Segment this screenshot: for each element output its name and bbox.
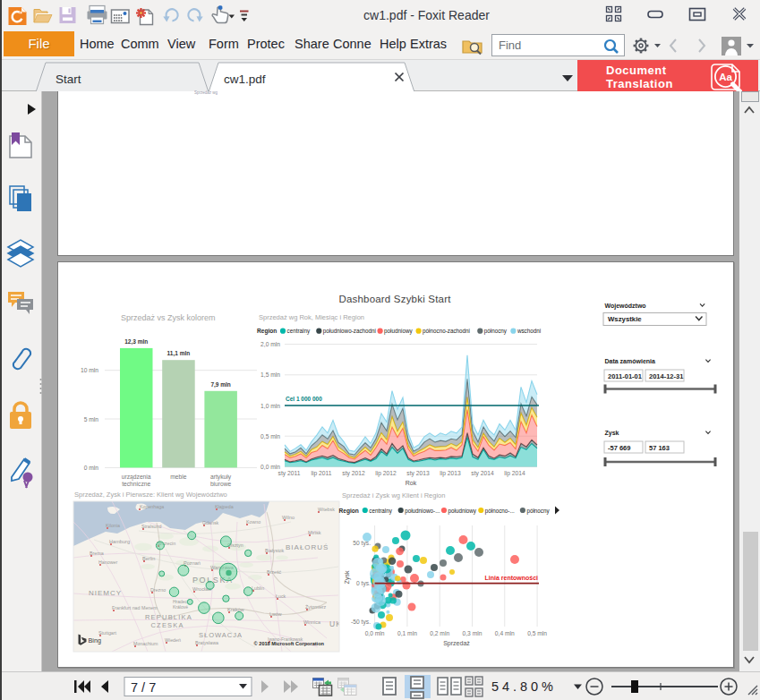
svg-text:Frankfurt nad Menem: Frankfurt nad Menem bbox=[112, 605, 158, 610]
svg-text:Sprzedaż i Zysk wg Klient i Re: Sprzedaż i Zysk wg Klient i Region bbox=[342, 491, 445, 499]
svg-text:-57 669: -57 669 bbox=[608, 444, 630, 452]
svg-text:2011-01-01: 2011-01-01 bbox=[608, 372, 642, 380]
svg-text:Drezno: Drezno bbox=[150, 587, 166, 593]
svg-text:Linia rentowności: Linia rentowności bbox=[484, 575, 538, 581]
svg-text:Brema: Brema bbox=[90, 551, 104, 556]
svg-text:Region: Region bbox=[257, 328, 277, 335]
svg-text:Wszystkie: Wszystkie bbox=[608, 315, 642, 323]
svg-text:2,0 mln: 2,0 mln bbox=[260, 341, 280, 347]
svg-text:NIEMCY: NIEMCY bbox=[89, 589, 122, 597]
svg-text:Aa: Aa bbox=[719, 72, 732, 82]
svg-text:Hanower: Hanower bbox=[98, 559, 117, 565]
svg-text:północny: północny bbox=[484, 328, 508, 335]
svg-text:1,5 mln: 1,5 mln bbox=[260, 371, 280, 378]
svg-text:Králové: Králové bbox=[173, 604, 188, 610]
svg-text:Stralsund: Stralsund bbox=[141, 524, 161, 529]
svg-text:Łuck: Łuck bbox=[276, 593, 286, 599]
svg-text:12,3 mln: 12,3 mln bbox=[124, 338, 148, 346]
svg-text:centralny: centralny bbox=[287, 328, 311, 335]
svg-text:Cel 1 000 000: Cel 1 000 000 bbox=[286, 396, 322, 402]
svg-text:Kopenhaga: Kopenhaga bbox=[140, 504, 164, 509]
svg-text:meble: meble bbox=[170, 474, 186, 480]
svg-text:11,1 mln: 11,1 mln bbox=[167, 350, 191, 357]
svg-text:Lwów: Lwów bbox=[269, 611, 282, 617]
svg-text:54.80%: 54.80% bbox=[491, 679, 553, 694]
svg-text:SŁOWACJA: SŁOWACJA bbox=[199, 631, 243, 639]
svg-text:0,0 mln: 0,0 mln bbox=[260, 464, 280, 470]
svg-text:Poznań: Poznań bbox=[184, 560, 201, 566]
svg-text:Wilno: Wilno bbox=[282, 515, 295, 520]
svg-text:REPUBLIKA: REPUBLIKA bbox=[145, 613, 192, 621]
svg-text:artykuły: artykuły bbox=[210, 474, 232, 481]
svg-text:Żytomierz: Żytomierz bbox=[305, 604, 327, 610]
svg-text:sty 2014: sty 2014 bbox=[471, 470, 494, 477]
svg-text:Brześć: Brześć bbox=[267, 569, 282, 575]
svg-text:lip 2012: lip 2012 bbox=[375, 470, 397, 477]
svg-text:57 163: 57 163 bbox=[649, 444, 670, 452]
svg-text:południowy: południowy bbox=[448, 508, 477, 515]
svg-text:Start: Start bbox=[56, 73, 81, 86]
svg-text:Białystok: Białystok bbox=[265, 548, 285, 553]
svg-text:5 mln: 5 mln bbox=[84, 416, 99, 423]
svg-text:Dashboard Szybki Start: Dashboard Szybki Start bbox=[338, 294, 451, 304]
svg-text:centralny: centralny bbox=[369, 508, 392, 515]
svg-text:0 tys.: 0 tys. bbox=[356, 580, 371, 587]
svg-text:0,5 mln: 0,5 mln bbox=[260, 433, 280, 440]
svg-text:sty 2011: sty 2011 bbox=[278, 470, 301, 477]
svg-text:Sprzedaż: Sprzedaż bbox=[443, 640, 470, 647]
svg-text:0,1 mln: 0,1 mln bbox=[397, 630, 417, 636]
svg-text:7 / 7: 7 / 7 bbox=[131, 680, 156, 695]
svg-text:północno-...: północno-... bbox=[485, 508, 515, 515]
svg-text:1,0 mln: 1,0 mln bbox=[260, 403, 280, 409]
svg-text:Hamburg: Hamburg bbox=[109, 539, 130, 544]
svg-text:południowy: południowy bbox=[384, 328, 413, 335]
svg-text:południowo-zachodni: południowo-zachodni bbox=[323, 328, 376, 335]
svg-text:Zysk: Zysk bbox=[344, 570, 351, 584]
svg-text:Mińsk: Mińsk bbox=[308, 530, 321, 535]
svg-text:wschodni: wschodni bbox=[517, 328, 541, 334]
svg-text:urządzenia: urządzenia bbox=[122, 474, 151, 481]
svg-text:lip 2014: lip 2014 bbox=[504, 470, 525, 477]
svg-text:0,2 mln: 0,2 mln bbox=[430, 630, 449, 636]
svg-text:0,0 mln: 0,0 mln bbox=[365, 630, 385, 636]
svg-text:cw1.pdf: cw1.pdf bbox=[224, 73, 266, 86]
svg-text:Berlin: Berlin bbox=[142, 556, 155, 561]
svg-text:Monachium: Monachium bbox=[133, 641, 158, 646]
svg-text:0,5 mln: 0,5 mln bbox=[527, 630, 547, 636]
svg-text:0,3 mln: 0,3 mln bbox=[463, 630, 482, 636]
svg-text:Kraków: Kraków bbox=[227, 607, 245, 612]
svg-text:Bratysława: Bratysława bbox=[195, 640, 218, 645]
svg-text:-50 tys.: -50 tys. bbox=[351, 619, 371, 626]
svg-text:2014-12-31: 2014-12-31 bbox=[649, 372, 683, 380]
svg-text:Województwo: Województwo bbox=[605, 303, 646, 310]
svg-text:Sprzedaż vs Zysk kolorem: Sprzedaż vs Zysk kolorem bbox=[121, 313, 216, 322]
svg-text:Kowno: Kowno bbox=[246, 519, 260, 525]
svg-text:Region: Region bbox=[339, 508, 359, 515]
svg-text:Kłajpeda: Kłajpeda bbox=[215, 504, 234, 509]
svg-text:10 mln: 10 mln bbox=[81, 367, 98, 373]
svg-text:UK: UK bbox=[329, 619, 342, 628]
svg-text:Lublin: Lublin bbox=[252, 585, 264, 591]
svg-text:Stuttgart: Stuttgart bbox=[98, 630, 117, 636]
svg-text:CZESKA: CZESKA bbox=[151, 621, 184, 629]
svg-text:Kilonia: Kilonia bbox=[106, 523, 120, 528]
svg-text:techniczne: techniczne bbox=[122, 481, 150, 487]
svg-text:północno-zachodni: północno-zachodni bbox=[423, 328, 470, 335]
svg-text:Bing: Bing bbox=[89, 636, 101, 645]
svg-text:południowo-...: południowo-... bbox=[405, 508, 440, 515]
svg-text:Witebsk: Witebsk bbox=[318, 507, 335, 512]
svg-text:biurowe: biurowe bbox=[210, 481, 232, 487]
svg-text:Gdańsk: Gdańsk bbox=[202, 520, 219, 525]
svg-text:Wiedeń: Wiedeń bbox=[165, 637, 181, 643]
svg-text:sty 2012: sty 2012 bbox=[342, 470, 365, 477]
svg-text:lip 2011: lip 2011 bbox=[312, 470, 332, 477]
svg-text:7,9 mln: 7,9 mln bbox=[210, 381, 230, 388]
svg-text:0,4 mln: 0,4 mln bbox=[495, 630, 515, 636]
svg-text:Sprzedaż wg Rok, Miesiąc i Reg: Sprzedaż wg Rok, Miesiąc i Region bbox=[259, 313, 364, 321]
svg-text:© 2018 Microsoft Corporation: © 2018 Microsoft Corporation bbox=[254, 641, 325, 646]
svg-text:Data zamówienia: Data zamówienia bbox=[605, 358, 656, 364]
svg-text:Rok: Rok bbox=[406, 480, 417, 486]
svg-text:sty 2013: sty 2013 bbox=[406, 470, 430, 477]
svg-text:0 mln: 0 mln bbox=[84, 465, 99, 471]
svg-text:północny: północny bbox=[526, 508, 550, 515]
